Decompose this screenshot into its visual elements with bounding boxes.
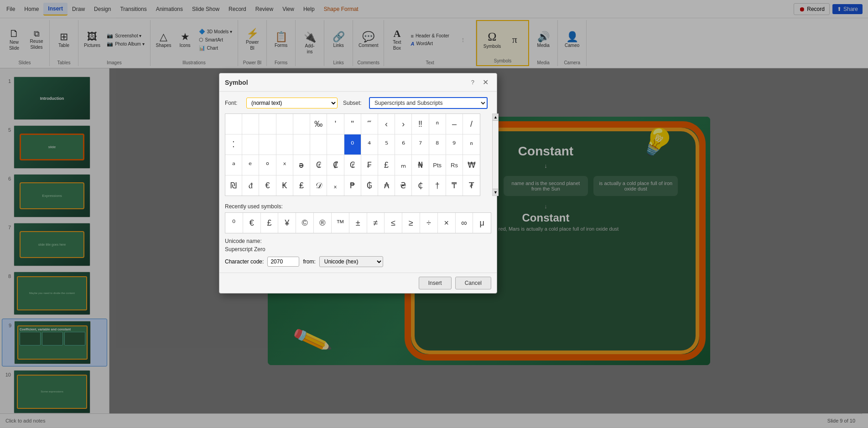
symbol-grid-scrollbar[interactable]: ▲ ▼ — [492, 113, 499, 196]
symbol-cell[interactable]: ₭ — [276, 175, 293, 196]
symbol-cell[interactable]: ' — [327, 114, 344, 134]
symbol-cell[interactable]: ᵃ — [225, 155, 242, 175]
recent-symbol-3[interactable]: ¥ — [278, 213, 296, 233]
font-label: Font: — [225, 100, 241, 106]
symbol-dialog: Symbol ? ✕ Font: (normal text) Subset: S… — [219, 73, 497, 294]
recent-symbol-8[interactable]: ≠ — [367, 213, 385, 233]
symbol-cell[interactable]: ₱ — [344, 175, 361, 196]
symbol-cell[interactable]: – — [446, 114, 463, 134]
symbol-cell[interactable]: ‴ — [361, 114, 378, 134]
recent-symbol-12[interactable]: × — [438, 213, 456, 233]
scrollbar-up-button[interactable]: ▲ — [493, 114, 498, 121]
symbol-cell[interactable] — [293, 114, 310, 134]
symbol-cell[interactable]: ₣ — [361, 155, 378, 175]
symbol-cell[interactable]: ‼ — [412, 114, 429, 134]
recent-symbol-11[interactable]: ÷ — [420, 213, 438, 233]
symbol-cell[interactable]: ₓ — [327, 175, 344, 196]
symbol-cell[interactable]: ⁵ — [378, 134, 395, 155]
symbol-cell[interactable]: ₘ — [395, 155, 412, 175]
symbol-cell[interactable]: † — [429, 175, 446, 196]
symbol-cell[interactable]: ‰ — [310, 114, 327, 134]
symbol-cell[interactable]: 𝒟 — [310, 175, 327, 196]
modal-overlay: Symbol ? ✕ Font: (normal text) Subset: S… — [0, 0, 868, 428]
symbol-cell[interactable]: ₡ — [327, 155, 344, 175]
recent-symbol-7[interactable]: ± — [349, 213, 367, 233]
symbol-cell[interactable]: ⁚ — [225, 134, 242, 155]
symbol-cell-selected[interactable]: ⁰ — [344, 134, 361, 155]
symbol-cell[interactable] — [242, 114, 259, 134]
recent-symbol-1[interactable]: € — [243, 213, 261, 233]
symbol-cell[interactable]: ⁿ — [463, 134, 480, 155]
symbol-cell[interactable] — [259, 134, 276, 155]
recent-symbol-5[interactable]: ® — [314, 213, 332, 233]
symbol-cell[interactable]: ₵ — [412, 175, 429, 196]
symbol-row-2: ⁚ ⁰ ⁴ ⁵ ⁶ ⁷ ⁸ ⁹ ⁿ — [225, 134, 480, 155]
recent-symbol-9[interactable]: ≤ — [385, 213, 402, 233]
symbol-cell[interactable]: € — [259, 175, 276, 196]
symbol-cell[interactable]: Pts — [429, 155, 446, 175]
symbol-cell[interactable] — [276, 134, 293, 155]
recent-symbol-14[interactable]: μ — [473, 213, 491, 233]
symbol-cell[interactable]: ⁹ — [446, 134, 463, 155]
symbol-row-1: ‰ ' " ‴ ‹ › ‼ ⁿ – / — [225, 114, 480, 134]
from-select[interactable]: Unicode (hex) — [319, 256, 383, 267]
subset-select[interactable]: Superscripts and Subscripts — [369, 97, 488, 109]
recent-symbol-6[interactable]: ™ — [332, 213, 349, 233]
recent-symbol-0[interactable]: ⁰ — [225, 213, 243, 233]
recent-symbol-2[interactable]: £ — [261, 213, 279, 233]
recent-symbol-4[interactable]: © — [296, 213, 314, 233]
symbol-cell[interactable] — [259, 114, 276, 134]
symbol-cell[interactable]: " — [344, 114, 361, 134]
unicode-name-value: Superscript Zero — [225, 246, 491, 253]
subset-label: Subset: — [343, 100, 364, 106]
modal-help-button[interactable]: ? — [468, 78, 478, 87]
symbol-cell[interactable]: ‹ — [378, 114, 395, 134]
char-code-label: Character code: — [225, 258, 264, 265]
symbol-cell[interactable]: ₢ — [310, 155, 327, 175]
symbol-cell[interactable]: ⁷ — [412, 134, 429, 155]
symbol-cell[interactable]: ₤ — [293, 175, 310, 196]
char-code-row: Character code: from: Unicode (hex) — [225, 256, 491, 267]
symbol-cell[interactable]: ⁶ — [395, 134, 412, 155]
symbol-cell[interactable]: ᵭ — [242, 175, 259, 196]
recently-used-section: Recently used symbols: ⁰ € £ ¥ © ® ™ ± ≠… — [225, 203, 491, 233]
symbol-cell[interactable] — [293, 134, 310, 155]
symbol-cell[interactable] — [276, 114, 293, 134]
modal-body: Font: (normal text) Subset: Superscripts… — [219, 92, 497, 273]
unicode-name-label: Unicode name: — [225, 238, 262, 244]
symbol-cell[interactable]: £ — [378, 155, 395, 175]
symbol-cell[interactable]: ᵒ — [259, 155, 276, 175]
symbol-cell[interactable]: ₪ — [225, 175, 242, 196]
modal-close-button[interactable]: ✕ — [480, 77, 491, 88]
recent-symbol-13[interactable]: ∞ — [456, 213, 473, 233]
symbol-cell[interactable]: ₲ — [361, 175, 378, 196]
symbol-cell[interactable]: / — [463, 114, 480, 134]
symbol-cell[interactable]: ₩ — [463, 155, 480, 175]
symbol-cell[interactable]: ˣ — [276, 155, 293, 175]
symbol-cell[interactable] — [327, 134, 344, 155]
char-code-input[interactable] — [267, 257, 299, 267]
symbol-row-3: ᵃ ᵉ ᵒ ˣ ə ₢ ₡ ₢ ₣ £ ₘ ₦ Pts Rs ₩ — [225, 155, 480, 175]
symbol-cell[interactable]: Rs — [446, 155, 463, 175]
scrollbar-down-button[interactable]: ▼ — [493, 189, 498, 196]
symbol-cell[interactable]: ₳ — [378, 175, 395, 196]
symbol-cell[interactable]: ⁸ — [429, 134, 446, 155]
recent-symbol-10[interactable]: ≥ — [402, 213, 420, 233]
symbol-cell[interactable]: ₢ — [344, 155, 361, 175]
symbol-cell[interactable]: ᵉ — [242, 155, 259, 175]
cancel-button[interactable]: Cancel — [455, 277, 491, 289]
symbol-cell[interactable] — [225, 114, 242, 134]
symbol-cell[interactable] — [242, 134, 259, 155]
symbol-cell[interactable]: › — [395, 114, 412, 134]
font-select[interactable]: (normal text) — [246, 98, 338, 108]
symbol-cell[interactable]: ə — [293, 155, 310, 175]
recently-used-label: Recently used symbols: — [225, 203, 491, 210]
symbol-cell[interactable]: ⁿ — [429, 114, 446, 134]
symbol-cell[interactable]: ₸ — [446, 175, 463, 196]
symbol-cell[interactable]: ₴ — [395, 175, 412, 196]
symbol-cell[interactable]: ₦ — [412, 155, 429, 175]
symbol-cell[interactable] — [310, 134, 327, 155]
symbol-cell[interactable]: ⁴ — [361, 134, 378, 155]
symbol-cell[interactable]: ₮ — [463, 175, 480, 196]
insert-button[interactable]: Insert — [419, 277, 452, 289]
